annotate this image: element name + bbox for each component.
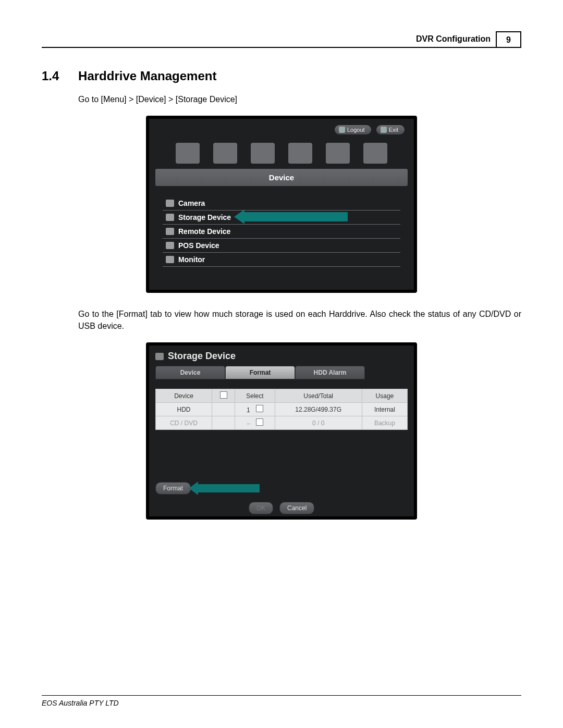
table-header-row: Device Select Used/Total Usage [156, 389, 408, 403]
format-button[interactable]: Format [155, 482, 191, 495]
nav-icon-display[interactable] [176, 143, 200, 164]
cell-select: 1 [235, 403, 275, 416]
table-row[interactable]: HDD 1 12.28G/499.37G Internal [156, 403, 408, 416]
storage-icon [166, 214, 174, 221]
section-title: Harddrive Management [78, 69, 216, 83]
ok-button[interactable]: OK [249, 502, 273, 514]
format-row: Format [155, 482, 408, 495]
select-box-icon[interactable] [256, 405, 263, 412]
page-number: 9 [496, 31, 521, 48]
cell-used-total: 12.28G/499.37G [275, 403, 362, 416]
document-page: DVR Configuration 9 1.4 Harddrive Manage… [0, 0, 563, 728]
nav-icon-row [152, 140, 411, 169]
cell-select: – [235, 416, 275, 430]
pointer-arrow-icon [197, 484, 260, 492]
menu-item-monitor[interactable]: Monitor [163, 253, 400, 267]
cell-device: HDD [156, 403, 212, 416]
exit-button[interactable]: Exit [376, 125, 405, 134]
cell-usage: Internal [362, 403, 407, 416]
paragraph-2: Go to the [Format] tab to view how much … [78, 309, 521, 332]
menu-item-pos-device[interactable]: POS Device [163, 239, 400, 253]
col-device: Device [156, 389, 212, 403]
cell-check [212, 416, 235, 430]
dialog-button-row: OK Cancel [155, 502, 408, 514]
col-select: Select [235, 389, 275, 403]
monitor-icon [166, 256, 174, 263]
topbar: Logout Exit [152, 122, 411, 140]
power-icon [381, 127, 387, 133]
remote-icon [166, 228, 174, 235]
user-icon [339, 127, 345, 133]
tab-row: Device Format HDD Alarm [155, 366, 408, 379]
menu-item-camera[interactable]: Camera [163, 196, 400, 211]
dialog-title: Storage Device [155, 351, 408, 362]
menu-label: Storage Device [178, 213, 231, 221]
nav-icon-record[interactable] [326, 143, 350, 164]
col-usage: Usage [362, 389, 407, 403]
menu-label: Remote Device [178, 227, 230, 236]
device-panel-header: Device [155, 169, 408, 186]
table-row[interactable]: CD / DVD – 0 / 0 Backup [156, 416, 408, 430]
cell-check [212, 403, 235, 416]
section-number: 1.4 [42, 69, 59, 83]
camera-icon [166, 200, 174, 207]
screenshot-device-menu: Logout Exit Device Camera Storage Device… [146, 116, 417, 293]
menu-label: Camera [178, 199, 205, 207]
checkbox-icon[interactable] [220, 391, 227, 399]
select-box-icon[interactable] [256, 418, 263, 426]
menu-label: Monitor [178, 255, 205, 264]
header-title: DVR Configuration [411, 31, 496, 47]
menu-label: POS Device [178, 241, 219, 250]
nav-icon-user[interactable] [288, 143, 312, 164]
paragraph-1: Go to [Menu] > [Device] > [Storage Devic… [78, 94, 521, 105]
tab-hdd-alarm[interactable]: HDD Alarm [295, 366, 365, 379]
device-menu-list: Camera Storage Device Remote Device POS … [152, 196, 411, 267]
pointer-arrow-icon [243, 212, 348, 221]
pos-icon [166, 242, 174, 249]
tab-device[interactable]: Device [155, 366, 225, 379]
cell-used-total: 0 / 0 [275, 416, 362, 430]
nav-icon-schedule[interactable] [251, 143, 275, 164]
dialog-title-text: Storage Device [168, 351, 236, 362]
cell-usage: Backup [362, 416, 407, 430]
col-checkbox [212, 389, 235, 403]
col-used-total: Used/Total [275, 389, 362, 403]
cell-device: CD / DVD [156, 416, 212, 430]
cancel-button[interactable]: Cancel [279, 502, 314, 514]
screenshot-storage-device: Storage Device Device Format HDD Alarm D… [146, 342, 417, 520]
page-header: DVR Configuration 9 [42, 31, 521, 48]
exit-label: Exit [389, 127, 398, 133]
nav-icon-camera[interactable] [213, 143, 237, 164]
nav-icon-network[interactable] [363, 143, 387, 164]
page-footer: EOS Australia PTY LTD [42, 695, 521, 707]
storage-icon [155, 353, 164, 360]
logout-label: Logout [347, 127, 365, 133]
tab-format[interactable]: Format [225, 366, 295, 379]
storage-table: Device Select Used/Total Usage HDD 1 12.… [155, 389, 408, 430]
menu-item-remote-device[interactable]: Remote Device [163, 225, 400, 239]
logout-button[interactable]: Logout [335, 125, 371, 134]
section-heading: 1.4 Harddrive Management [42, 69, 521, 83]
menu-item-storage-device[interactable]: Storage Device [163, 211, 400, 225]
